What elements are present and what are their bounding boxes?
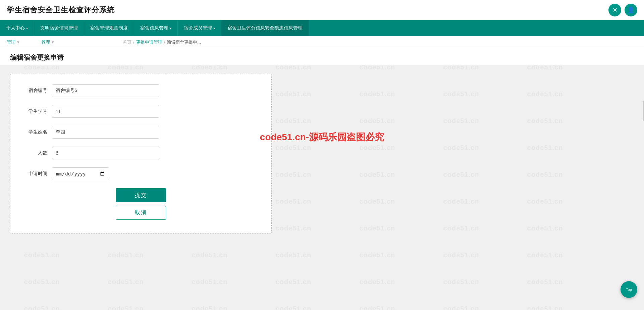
nav-label-civilized: 文明宿舍信息管理 bbox=[40, 25, 78, 31]
nav-item-safety[interactable]: 宿舍卫生评分信息安全隐患信息管理 bbox=[221, 20, 309, 36]
nav-arrow-personal: ▾ bbox=[26, 27, 28, 30]
form-row-student-name: 学生姓名 bbox=[24, 126, 258, 139]
header-title: 学生宿舍安全卫生检查评分系统 bbox=[7, 5, 115, 15]
breadcrumb-edit: 编辑宿舍更换申... bbox=[167, 39, 201, 45]
student-name-input[interactable] bbox=[52, 126, 159, 139]
nav-item-members[interactable]: 宿舍成员管理 ▾ bbox=[178, 20, 221, 36]
breadcrumb-sep4: / bbox=[164, 40, 165, 45]
form-row-dorm-number: 宿舍编号 bbox=[24, 84, 258, 97]
back-to-top-button[interactable]: Top bbox=[621, 281, 637, 298]
main-content: 宿舍编号 学生学号 学生姓名 人数 申请时间 提交 取消 bbox=[0, 66, 644, 242]
label-student-id: 学生学号 bbox=[24, 108, 47, 114]
label-dorm-number: 宿舍编号 bbox=[24, 88, 47, 94]
nav-item-rules[interactable]: 宿舍管理规章制度 bbox=[84, 20, 134, 36]
people-count-input[interactable] bbox=[52, 147, 159, 159]
nav-bar: 个人中心 ▾ 文明宿舍信息管理 宿舍管理规章制度 宿舍信息管理 ▾ 宿舍成员管理… bbox=[0, 20, 644, 36]
scroll-hint bbox=[643, 101, 644, 121]
nav-item-civilized[interactable]: 文明宿舍信息管理 bbox=[34, 20, 84, 36]
header-icons: ✕ 👤 bbox=[608, 4, 637, 16]
nav-label-rules: 宿舍管理规章制度 bbox=[90, 25, 128, 31]
nav-item-personal[interactable]: 个人中心 ▾ bbox=[0, 20, 34, 36]
apply-time-input[interactable] bbox=[52, 167, 109, 180]
form-row-people-count: 人数 bbox=[24, 147, 258, 159]
header: 学生宿舍安全卫生检查评分系统 ✕ 👤 bbox=[0, 0, 644, 20]
label-apply-time: 申请时间 bbox=[24, 171, 47, 177]
label-student-name: 学生姓名 bbox=[24, 129, 47, 135]
sub-nav-manage2[interactable]: 管理 bbox=[41, 39, 50, 45]
user-button[interactable]: 👤 bbox=[625, 4, 637, 16]
page-title-bar: 编辑宿舍更换申请 bbox=[0, 48, 644, 66]
nav-arrow-members: ▾ bbox=[213, 27, 215, 30]
back-to-top-label: Top bbox=[626, 288, 632, 292]
nav-label-dorm-info: 宿舍信息管理 bbox=[140, 25, 168, 31]
sub-nav: 管理 ▾ 管理 ▾ 首页 / 更换申请管理 / 编辑宿舍更换申... bbox=[0, 36, 644, 48]
label-people-count: 人数 bbox=[24, 150, 47, 156]
student-id-input[interactable] bbox=[52, 105, 159, 118]
form-row-student-id: 学生学号 bbox=[24, 105, 258, 118]
breadcrumb-home: 首页 bbox=[123, 39, 131, 45]
sub-nav-manage1[interactable]: 管理 bbox=[7, 39, 15, 45]
nav-item-dorm-info[interactable]: 宿舍信息管理 ▾ bbox=[134, 20, 178, 36]
form-card: 宿舍编号 学生学号 学生姓名 人数 申请时间 提交 取消 bbox=[10, 74, 272, 234]
dorm-number-input[interactable] bbox=[52, 84, 159, 97]
nav-arrow-dorm-info: ▾ bbox=[170, 27, 171, 30]
breadcrumb-change-manage[interactable]: 更换申请管理 bbox=[136, 39, 162, 45]
breadcrumb-sep2: ▾ bbox=[52, 40, 54, 45]
breadcrumb-sep3: / bbox=[133, 40, 135, 45]
cancel-button[interactable]: 取消 bbox=[116, 206, 166, 220]
nav-label-personal: 个人中心 bbox=[6, 25, 25, 31]
close-button[interactable]: ✕ bbox=[608, 4, 621, 16]
page-title: 编辑宿舍更换申请 bbox=[10, 53, 634, 62]
nav-label-members: 宿舍成员管理 bbox=[184, 25, 212, 31]
button-row: 提交 取消 bbox=[24, 188, 258, 220]
nav-label-safety: 宿舍卫生评分信息安全隐患信息管理 bbox=[227, 25, 303, 31]
breadcrumb-sep1: ▾ bbox=[17, 40, 19, 45]
form-row-apply-time: 申请时间 bbox=[24, 167, 258, 180]
submit-button[interactable]: 提交 bbox=[116, 188, 166, 202]
